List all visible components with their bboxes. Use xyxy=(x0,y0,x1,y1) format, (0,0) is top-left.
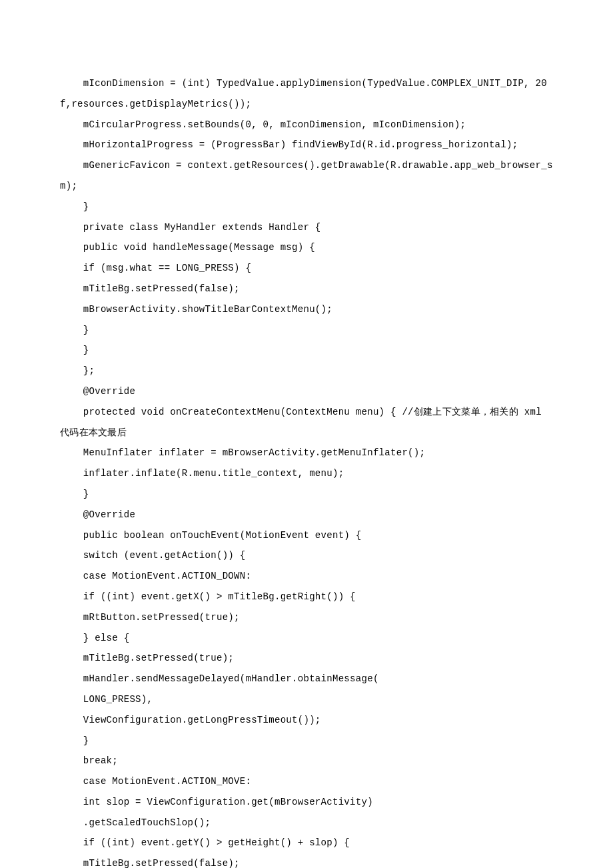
code-line: mTitleBg.setPressed(false); xyxy=(60,279,553,299)
code-line: mTitleBg.setPressed(true); xyxy=(60,648,553,669)
code-line: } else { xyxy=(60,628,553,649)
code-line: ViewConfiguration.getLongPressTimeout())… xyxy=(60,710,553,731)
code-line: private class MyHandler extends Handler … xyxy=(60,217,553,238)
code-line: inflater.inflate(R.menu.title_context, m… xyxy=(60,463,553,484)
code-line: public void handleMessage(Message msg) { xyxy=(60,237,553,258)
code-line: if ((int) event.getY() > getHeight() + s… xyxy=(60,833,553,853)
code-line: }; xyxy=(60,361,553,381)
code-line: protected void onCreateContextMenu(Conte… xyxy=(60,402,553,443)
code-line: mHandler.sendMessageDelayed(mHandler.obt… xyxy=(60,669,553,689)
code-line: .getScaledTouchSlop(); xyxy=(60,813,553,833)
code-line: mGenericFavicon = context.getResources()… xyxy=(60,155,553,197)
code-line: int slop = ViewConfiguration.get(mBrowse… xyxy=(60,792,553,813)
code-line: } xyxy=(60,731,553,751)
code-line: mCircularProgress.setBounds(0, 0, mIconD… xyxy=(60,115,553,135)
document-page: mIconDimension = (int) TypedValue.applyD… xyxy=(0,0,613,868)
code-line: @Override xyxy=(60,381,553,402)
code-line: } xyxy=(60,320,553,341)
code-line: case MotionEvent.ACTION_MOVE: xyxy=(60,771,553,792)
code-line: mIconDimension = (int) TypedValue.applyD… xyxy=(60,73,553,115)
code-line: public boolean onTouchEvent(MotionEvent … xyxy=(60,525,553,546)
code-line: if ((int) event.getX() > mTitleBg.getRig… xyxy=(60,587,553,607)
code-line: switch (event.getAction()) { xyxy=(60,545,553,566)
code-line: @Override xyxy=(60,505,553,525)
code-line: break; xyxy=(60,751,553,771)
code-line: mTitleBg.setPressed(false); xyxy=(60,853,553,868)
code-block: mIconDimension = (int) TypedValue.applyD… xyxy=(60,73,553,868)
code-line: } xyxy=(60,197,553,217)
code-line: mRtButton.setPressed(true); xyxy=(60,607,553,628)
code-line: LONG_PRESS), xyxy=(60,689,553,710)
code-line: } xyxy=(60,340,553,361)
code-line: if (msg.what == LONG_PRESS) { xyxy=(60,258,553,279)
code-line: mHorizontalProgress = (ProgressBar) find… xyxy=(60,135,553,155)
code-line: MenuInflater inflater = mBrowserActivity… xyxy=(60,443,553,463)
code-line: mBrowserActivity.showTitleBarContextMenu… xyxy=(60,299,553,320)
code-line: case MotionEvent.ACTION_DOWN: xyxy=(60,566,553,587)
code-line: } xyxy=(60,484,553,505)
